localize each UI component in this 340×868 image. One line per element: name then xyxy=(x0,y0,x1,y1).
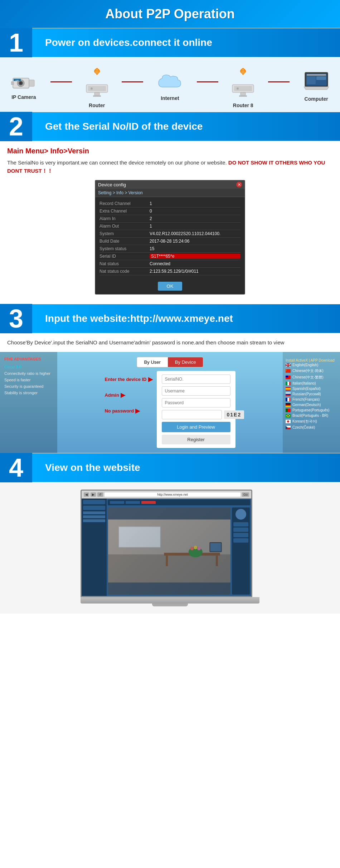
config-row: Alarm In 2 xyxy=(99,215,241,223)
ip-camera-icon: smar xyxy=(9,73,38,91)
svg-rect-4 xyxy=(29,80,34,86)
laptop-stand xyxy=(152,604,188,606)
svg-rect-66 xyxy=(216,555,218,566)
login-form: 01E2 Login and Preview Register xyxy=(157,371,235,448)
config-serial-value: S1T****65*e xyxy=(150,254,241,259)
screen-toolbar: ◀ ▶ ↺ http://www.xmeye.net Go xyxy=(82,491,251,499)
svg-rect-18 xyxy=(241,92,246,95)
lang-russian[interactable]: Russian(Русский) xyxy=(286,391,337,397)
step1-banner: 1 Power on devices.connect it online xyxy=(0,28,340,57)
wifi-arcs-2 xyxy=(232,65,254,75)
five-advantages-label: FIVE ADVANTAGES xyxy=(4,357,53,361)
config-value: 2:123.59.25.129/1/0/#011 xyxy=(150,269,241,274)
flag-kr xyxy=(286,420,291,423)
login-preview-button[interactable]: Login and Preview xyxy=(162,422,230,432)
lang-french[interactable]: French(Français) xyxy=(286,397,337,402)
toolbar-refresh[interactable]: ↺ xyxy=(97,492,103,497)
config-row: Build Date 2017-08-28 15:24:06 xyxy=(99,238,241,245)
connector-1 xyxy=(50,81,72,82)
lang-french-text: French(Français) xyxy=(292,397,320,401)
lang-brazil[interactable]: Brazil(Português - BR) xyxy=(286,413,337,418)
svg-rect-60 xyxy=(108,554,230,582)
verify-code: 01E2 xyxy=(224,410,244,419)
step3-number: 3 xyxy=(0,304,32,333)
website-inner: FIVE ADVANTAGES Cloud 3.0 Connectivity r… xyxy=(0,352,340,453)
step4-number: 4 xyxy=(0,453,32,482)
register-button[interactable]: Register xyxy=(162,435,230,444)
config-path: Setting > Info > Version xyxy=(95,189,245,197)
svg-rect-49 xyxy=(286,403,291,405)
top-bar-elem xyxy=(110,501,124,504)
desc-main: The SerialNo is very important.we can co… xyxy=(7,159,227,166)
router1-label: Router xyxy=(89,102,105,108)
arrow-label-2: Admin xyxy=(105,392,119,398)
verify-input[interactable] xyxy=(162,410,222,419)
lang-portuguese[interactable]: Portuguese(Português) xyxy=(286,407,337,413)
ctrl-btn-1[interactable] xyxy=(233,522,248,526)
router1-icon xyxy=(84,77,110,99)
config-key: Serial ID xyxy=(99,254,150,259)
svg-rect-22 xyxy=(307,74,326,76)
arrow-row-2: Admin ▶ xyxy=(105,391,153,399)
ptz-control[interactable] xyxy=(235,509,246,520)
lang-korean[interactable]: Korean(한국어) xyxy=(286,418,337,425)
config-row: Record Channel 1 xyxy=(99,200,241,208)
svg-rect-13 xyxy=(93,95,101,97)
address-bar[interactable]: http://www.xmeye.net xyxy=(105,492,241,497)
step2-banner: 2 Get the Serial No/ID of the device xyxy=(0,112,340,141)
flag-cz xyxy=(286,426,291,429)
serial-input[interactable] xyxy=(162,375,230,384)
lang-chinese-simplified[interactable]: Chinese(中文-简体) xyxy=(286,368,337,374)
password-input[interactable] xyxy=(162,398,230,407)
flag-cn xyxy=(286,369,291,373)
step4-banner: 4 View on the website xyxy=(0,453,340,482)
laptop-base xyxy=(81,597,259,604)
ctrl-btn-2[interactable] xyxy=(233,528,248,532)
lang-czech-text: Czech(České) xyxy=(292,425,315,429)
video-content xyxy=(108,507,230,595)
toolbar-back[interactable]: ◀ xyxy=(84,492,89,497)
lang-italian[interactable]: Italian(Italiano) xyxy=(286,381,337,386)
sidebar-block-3 xyxy=(83,511,105,514)
connector-2 xyxy=(122,81,143,82)
svg-point-54 xyxy=(287,415,289,416)
device-internet: Internet xyxy=(156,72,184,101)
lang-czech[interactable]: Czech(České) xyxy=(286,425,337,430)
flag-pt xyxy=(286,409,291,412)
tab-by-device[interactable]: By Device xyxy=(168,357,203,367)
config-key: Build Date xyxy=(99,239,150,244)
svg-point-14 xyxy=(242,73,244,75)
arrow-row-1: Enter the device ID ▶ xyxy=(105,375,153,383)
config-titlebar: Device config ✕ xyxy=(95,180,245,189)
step4-title: View on the website xyxy=(34,453,340,482)
tab-by-user[interactable]: By User xyxy=(137,357,168,367)
svg-text:smar: smar xyxy=(16,79,19,81)
main-menu-text: Main Menu> Info>Versin xyxy=(7,147,333,155)
svg-rect-62 xyxy=(118,526,160,548)
svg-rect-5 xyxy=(11,81,14,85)
flag-tw xyxy=(286,376,291,379)
lang-german[interactable]: German(Deutsch) xyxy=(286,402,337,407)
router2-icon xyxy=(230,77,256,99)
step2-number: 2 xyxy=(0,112,32,141)
ctrl-btn-4[interactable] xyxy=(233,538,248,543)
ctrl-btn-3[interactable] xyxy=(233,533,248,537)
config-close-button[interactable]: ✕ xyxy=(236,182,242,187)
flag-br xyxy=(286,414,291,418)
config-ok-button[interactable]: OK xyxy=(158,282,183,291)
website-right-panel: Install ActiveX | APP Download English(E… xyxy=(283,352,340,453)
toolbar-go[interactable]: Go xyxy=(242,492,249,497)
lang-spanish[interactable]: Spanish(Español) xyxy=(286,386,337,391)
svg-rect-65 xyxy=(166,555,168,566)
svg-point-3 xyxy=(20,82,22,84)
lang-english[interactable]: English(English) xyxy=(286,362,337,368)
username-input[interactable] xyxy=(162,386,230,396)
svg-point-70 xyxy=(197,547,201,550)
lang-chinese-traditional[interactable]: Chinese(中文-繁體) xyxy=(286,374,337,381)
config-key: Nat status code xyxy=(99,269,150,274)
computer-icon xyxy=(302,71,331,92)
toolbar-forward[interactable]: ▶ xyxy=(91,492,96,497)
svg-rect-12 xyxy=(94,92,99,95)
config-key: Nat status xyxy=(99,261,150,266)
screen-video xyxy=(108,507,230,595)
